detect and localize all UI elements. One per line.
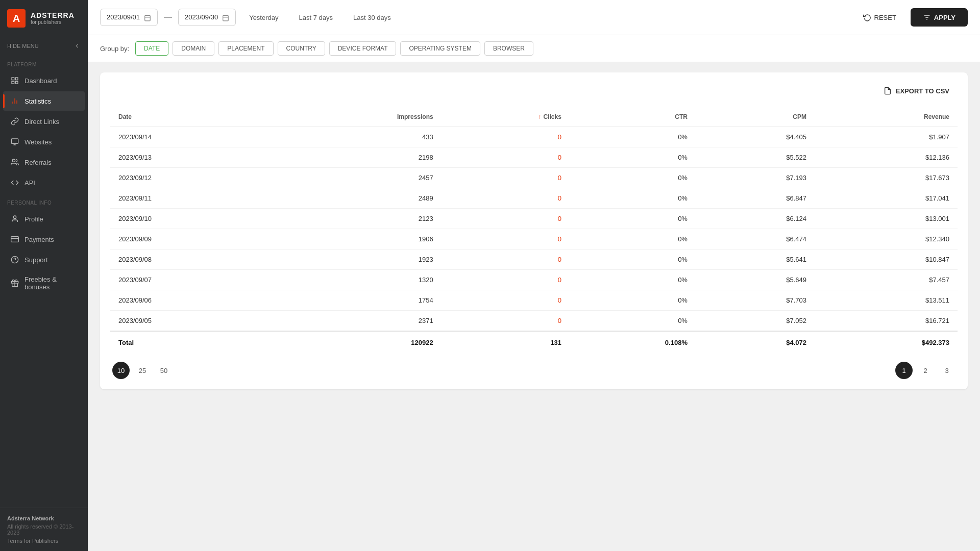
sidebar-item-freebies[interactable]: Freebies & bonuses	[3, 270, 85, 296]
sidebar-item-payments[interactable]: Payments	[3, 230, 85, 249]
terms-link[interactable]: Terms for Publishers	[7, 538, 58, 544]
group-by-browser[interactable]: BROWSER	[484, 41, 533, 56]
cell-revenue: $1.907	[815, 127, 958, 147]
link-icon	[10, 117, 19, 126]
cell-clicks: 0	[442, 270, 570, 290]
total-ctr: 0.108%	[570, 331, 696, 354]
col-date[interactable]: Date	[110, 107, 271, 127]
copyright: All rights reserved © 2013-2023	[7, 523, 81, 536]
cell-ctr: 0%	[570, 249, 696, 270]
sidebar-item-referrals[interactable]: Referrals	[3, 153, 85, 172]
group-by-operating-system[interactable]: OPERATING SYSTEM	[400, 41, 480, 56]
export-csv-label: EXPORT TO CSV	[896, 87, 949, 95]
sidebar-item-dashboard[interactable]: Dashboard	[3, 71, 85, 90]
page-1[interactable]: 1	[895, 362, 913, 379]
sidebar: A ADSTERRA for publishers HIDE MENU PLAT…	[0, 0, 88, 551]
table-row: 2023/09/08 1923 0 0% $5.641 $10.847	[110, 249, 958, 270]
cell-date: 2023/09/06	[110, 290, 271, 311]
per-page-10[interactable]: 10	[112, 362, 130, 379]
group-by-domain[interactable]: DOMAIN	[173, 41, 214, 56]
cell-date: 2023/09/09	[110, 229, 271, 249]
sidebar-item-websites[interactable]: Websites	[3, 132, 85, 152]
sidebar-item-direct-links-label: Direct Links	[24, 118, 59, 126]
cell-impressions: 433	[271, 127, 441, 147]
reset-label: RESET	[874, 14, 896, 21]
col-cpm[interactable]: CPM	[696, 107, 815, 127]
cell-cpm: $4.405	[696, 127, 815, 147]
cell-cpm: $7.703	[696, 290, 815, 311]
last30days-button[interactable]: Last 30 days	[346, 10, 398, 26]
cell-impressions: 2489	[271, 188, 441, 209]
start-date-input[interactable]: 2023/09/01	[100, 9, 158, 26]
hide-menu-button[interactable]: HIDE MENU	[0, 37, 88, 55]
reset-icon	[863, 13, 871, 21]
cell-cpm: $5.522	[696, 147, 815, 168]
cell-clicks: 0	[442, 168, 570, 188]
content-area: EXPORT TO CSV Date Impressions ↑Clicks C…	[88, 62, 980, 551]
sidebar-item-freebies-label: Freebies & bonuses	[24, 276, 78, 291]
table-row: 2023/09/06 1754 0 0% $7.703 $13.511	[110, 290, 958, 311]
yesterday-button[interactable]: Yesterday	[242, 10, 285, 26]
col-ctr[interactable]: CTR	[570, 107, 696, 127]
cell-cpm: $7.052	[696, 311, 815, 332]
group-by-date[interactable]: DATE	[135, 41, 168, 56]
end-date-input[interactable]: 2023/09/30	[178, 9, 236, 26]
svg-rect-0	[12, 78, 14, 80]
cell-date: 2023/09/13	[110, 147, 271, 168]
sidebar-item-direct-links[interactable]: Direct Links	[3, 112, 85, 131]
page-selector: 1 2 3	[895, 362, 955, 379]
total-label: Total	[110, 331, 271, 354]
sidebar-item-profile[interactable]: Profile	[3, 209, 85, 229]
sidebar-item-payments-label: Payments	[24, 236, 54, 243]
cell-date: 2023/09/14	[110, 127, 271, 147]
group-by-device-format[interactable]: DEVICE FORMAT	[329, 41, 397, 56]
table-header-row: Date Impressions ↑Clicks CTR CPM Revenue	[110, 107, 958, 127]
logo-icon: A	[7, 9, 26, 28]
cell-date: 2023/09/12	[110, 168, 271, 188]
apply-button[interactable]: APPLY	[911, 8, 968, 27]
col-impressions[interactable]: Impressions	[271, 107, 441, 127]
per-page-selector: 10 25 50	[112, 362, 173, 379]
per-page-50[interactable]: 50	[155, 362, 173, 379]
cell-clicks: 0	[442, 209, 570, 229]
total-revenue: $492.373	[815, 331, 958, 354]
svg-point-10	[12, 159, 15, 162]
table-total-row: Total 120922 131 0.108% $4.072 $492.373	[110, 331, 958, 354]
page-3[interactable]: 3	[938, 362, 955, 379]
sidebar-item-profile-label: Profile	[24, 215, 43, 223]
group-by-placement[interactable]: PLACEMENT	[218, 41, 273, 56]
page-2[interactable]: 2	[917, 362, 934, 379]
export-row: EXPORT TO CSV	[110, 83, 958, 99]
main-content: 2023/09/01 — 2023/09/30 Yesterday Last 7…	[88, 0, 980, 551]
per-page-25[interactable]: 25	[134, 362, 151, 379]
svg-rect-22	[223, 15, 229, 20]
svg-rect-7	[11, 139, 18, 143]
col-revenue[interactable]: Revenue	[815, 107, 958, 127]
logo-title: ADSTERRA	[31, 11, 75, 20]
last7days-button[interactable]: Last 7 days	[292, 10, 340, 26]
gift-icon	[10, 279, 19, 288]
cell-impressions: 2198	[271, 147, 441, 168]
platform-section-label: PLATFORM	[0, 55, 88, 70]
cell-revenue: $12.340	[815, 229, 958, 249]
users-icon	[10, 158, 19, 167]
cell-date: 2023/09/11	[110, 188, 271, 209]
cell-impressions: 1906	[271, 229, 441, 249]
svg-rect-2	[12, 81, 14, 84]
cell-ctr: 0%	[570, 229, 696, 249]
table-row: 2023/09/14 433 0 0% $4.405 $1.907	[110, 127, 958, 147]
sidebar-footer: Adsterra Network All rights reserved © 2…	[0, 508, 88, 551]
filter-icon	[923, 13, 931, 21]
sidebar-item-statistics[interactable]: Statistics	[3, 91, 85, 111]
reset-button[interactable]: RESET	[855, 9, 904, 26]
sidebar-item-dashboard-label: Dashboard	[24, 77, 57, 85]
sidebar-item-api[interactable]: API	[3, 173, 85, 192]
sidebar-item-support[interactable]: Support	[3, 250, 85, 269]
sidebar-item-websites-label: Websites	[24, 138, 52, 146]
group-by-country[interactable]: COUNTRY	[278, 41, 325, 56]
sidebar-item-support-label: Support	[24, 256, 48, 264]
export-csv-button[interactable]: EXPORT TO CSV	[875, 83, 958, 99]
svg-point-11	[13, 216, 16, 218]
cell-date: 2023/09/05	[110, 311, 271, 332]
col-clicks[interactable]: ↑Clicks	[442, 107, 570, 127]
